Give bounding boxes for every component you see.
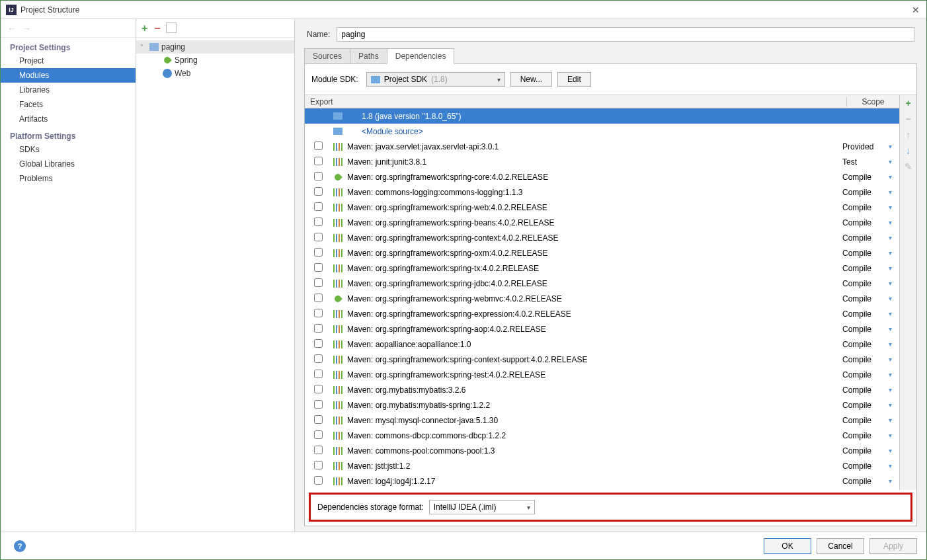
module-sdk-select[interactable]: Project SDK (1.8) ▾	[366, 72, 505, 87]
dep-row[interactable]: Maven: org.springframework:spring-jdbc:4…	[305, 276, 899, 291]
close-icon[interactable]: ✕	[910, 5, 921, 15]
dep-row[interactable]: Maven: org.mybatis:mybatis:3.2.6Compile▾	[305, 382, 899, 397]
remove-dep-icon[interactable]: −	[905, 114, 910, 124]
scope-dropdown-icon[interactable]: ▾	[889, 310, 899, 317]
cancel-button[interactable]: Cancel	[817, 538, 864, 554]
dep-row[interactable]: Maven: org.mybatis:mybatis-spring:1.2.2C…	[305, 397, 899, 413]
export-checkbox[interactable]	[314, 415, 323, 424]
dependencies-table[interactable]: Export Scope 1.8 (java version "1.8.0_65…	[305, 95, 899, 490]
dep-row[interactable]: Maven: org.springframework:spring-core:4…	[305, 169, 899, 184]
scope-dropdown-icon[interactable]: ▾	[889, 204, 899, 211]
dep-row[interactable]: Maven: org.springframework:spring-webmvc…	[305, 291, 899, 306]
sidebar-item-project[interactable]: Project	[1, 54, 136, 68]
scope-dropdown-icon[interactable]: ▾	[889, 234, 899, 241]
dep-row[interactable]: Maven: junit:junit:3.8.1Test▾	[305, 154, 899, 169]
dep-row[interactable]: Maven: commons-logging:commons-logging:1…	[305, 184, 899, 200]
scope-dropdown-icon[interactable]: ▾	[889, 401, 899, 409]
dep-row[interactable]: Maven: org.springframework:spring-beans:…	[305, 215, 899, 230]
scope-dropdown-icon[interactable]: ▾	[889, 143, 899, 150]
scope-dropdown-icon[interactable]: ▾	[889, 356, 899, 363]
tab-paths[interactable]: Paths	[350, 48, 387, 64]
scope-dropdown-icon[interactable]: ▾	[889, 219, 899, 226]
export-checkbox[interactable]	[314, 339, 323, 348]
export-checkbox[interactable]	[314, 187, 323, 196]
scope-dropdown-icon[interactable]: ▾	[889, 340, 899, 348]
dep-row[interactable]: Maven: org.springframework:spring-aop:4.…	[305, 321, 899, 337]
dep-scope[interactable]: Compile	[842, 279, 889, 288]
scope-dropdown-icon[interactable]: ▾	[889, 188, 899, 196]
dep-row[interactable]: Maven: org.springframework:spring-contex…	[305, 352, 899, 367]
dep-scope[interactable]: Compile	[842, 461, 889, 471]
move-down-icon[interactable]: ↓	[906, 145, 910, 156]
dep-scope[interactable]: Compile	[842, 188, 889, 197]
sidebar-item-libraries[interactable]: Libraries	[1, 83, 136, 97]
tab-dependencies[interactable]: Dependencies	[387, 48, 455, 64]
sidebar-item-modules[interactable]: Modules	[1, 68, 136, 83]
dep-row[interactable]: Maven: log4j:log4j:1.2.17Compile▾	[305, 473, 899, 489]
module-name-input[interactable]	[337, 27, 914, 42]
remove-icon[interactable]: −	[154, 22, 160, 34]
dep-row[interactable]: Maven: org.springframework:spring-web:4.…	[305, 200, 899, 215]
sidebar-item-problems[interactable]: Problems	[1, 171, 136, 186]
export-checkbox[interactable]	[314, 141, 323, 150]
storage-format-select[interactable]: IntelliJ IDEA (.iml) ▾	[429, 500, 535, 514]
export-checkbox[interactable]	[314, 172, 323, 180]
dep-row[interactable]: Maven: javax.servlet:javax.servlet-api:3…	[305, 139, 899, 154]
add-icon[interactable]: +	[141, 22, 147, 34]
dep-scope[interactable]: Compile	[842, 385, 889, 395]
ok-button[interactable]: OK	[764, 538, 811, 554]
export-checkbox[interactable]	[314, 233, 323, 241]
scope-dropdown-icon[interactable]: ▾	[889, 447, 899, 454]
new-sdk-button[interactable]: New...	[510, 72, 552, 87]
scope-dropdown-icon[interactable]: ▾	[889, 264, 899, 272]
dep-scope[interactable]: Provided	[842, 142, 889, 151]
scope-dropdown-icon[interactable]: ▾	[889, 432, 899, 439]
expand-icon[interactable]: ˅	[140, 44, 147, 51]
dep-scope[interactable]: Compile	[842, 401, 889, 410]
edit-dep-icon[interactable]: ✎	[905, 161, 912, 172]
dep-scope[interactable]: Test	[842, 157, 889, 167]
export-checkbox[interactable]	[314, 476, 323, 485]
export-checkbox[interactable]	[314, 461, 323, 469]
add-dep-icon[interactable]: +	[905, 98, 910, 108]
copy-icon[interactable]	[167, 24, 177, 33]
apply-button[interactable]: Apply	[869, 538, 917, 554]
export-checkbox[interactable]	[314, 218, 323, 226]
dep-scope[interactable]: Compile	[842, 233, 889, 243]
dep-scope[interactable]: Compile	[842, 173, 889, 182]
edit-sdk-button[interactable]: Edit	[557, 72, 591, 87]
tree-node-spring[interactable]: Spring	[136, 54, 294, 67]
dep-row[interactable]: Maven: org.springframework:spring-expres…	[305, 306, 899, 321]
dep-scope[interactable]: Compile	[842, 416, 889, 425]
dep-row[interactable]: Maven: org.springframework:spring-oxm:4.…	[305, 245, 899, 260]
dep-row[interactable]: Maven: mysql:mysql-connector-java:5.1.30…	[305, 413, 899, 428]
tree-node-web[interactable]: Web	[136, 67, 294, 80]
move-up-icon[interactable]: ↑	[906, 130, 910, 140]
dep-scope[interactable]: Compile	[842, 249, 889, 258]
dep-scope[interactable]: Compile	[842, 218, 889, 227]
dep-row[interactable]: Maven: jstl:jstl:1.2Compile▾	[305, 458, 899, 473]
scope-dropdown-icon[interactable]: ▾	[889, 462, 899, 469]
dep-row[interactable]: <Module source>	[305, 124, 899, 139]
export-checkbox[interactable]	[314, 354, 323, 363]
export-checkbox[interactable]	[314, 263, 323, 272]
export-checkbox[interactable]	[314, 446, 323, 454]
sidebar-item-sdks[interactable]: SDKs	[1, 142, 136, 157]
sidebar-item-artifacts[interactable]: Artifacts	[1, 112, 136, 126]
export-checkbox[interactable]	[314, 324, 323, 333]
tab-sources[interactable]: Sources	[304, 48, 350, 64]
dep-row[interactable]: Maven: org.springframework:spring-tx:4.0…	[305, 260, 899, 276]
scope-dropdown-icon[interactable]: ▾	[889, 173, 899, 180]
export-checkbox[interactable]	[314, 157, 323, 165]
back-icon[interactable]: ←	[7, 23, 18, 34]
dep-scope[interactable]: Compile	[842, 340, 889, 349]
scope-dropdown-icon[interactable]: ▾	[889, 280, 899, 287]
dep-scope[interactable]: Compile	[842, 370, 889, 380]
export-checkbox[interactable]	[314, 248, 323, 257]
tree-node-paging[interactable]: ˅ paging	[136, 40, 294, 54]
export-checkbox[interactable]	[314, 370, 323, 378]
export-checkbox[interactable]	[314, 309, 323, 317]
dep-row[interactable]: 1.8 (java version "1.8.0_65")	[305, 108, 899, 124]
dep-scope[interactable]: Compile	[842, 446, 889, 456]
scope-dropdown-icon[interactable]: ▾	[889, 386, 899, 393]
